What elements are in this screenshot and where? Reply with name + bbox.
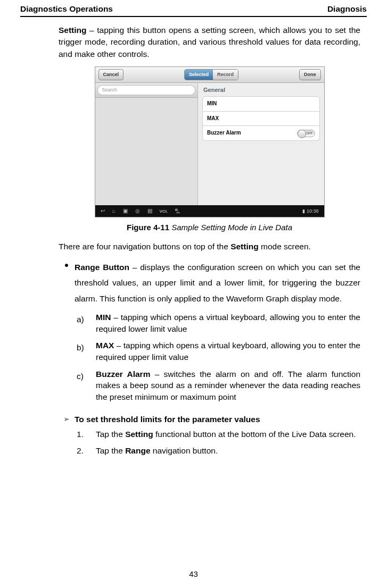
sub-b-text: – tapping which opens a virtual keyboard… — [96, 341, 360, 362]
row-min-label: MIN — [207, 100, 217, 108]
step-2-mark: 2. — [75, 445, 96, 457]
step-2-bold: Range — [125, 446, 150, 455]
buzzer-toggle[interactable]: OFF — [297, 130, 315, 137]
header-rule — [20, 16, 367, 17]
sub-a: MIN – tapping which opens a virtual keyb… — [96, 312, 360, 334]
figure-caption: Figure 4-11 Sample Setting Mode in Live … — [59, 222, 360, 233]
step-1: Tap the Setting functional button at the… — [96, 429, 360, 440]
sub-a-mark: a) — [75, 312, 96, 334]
step-1-mark: 1. — [75, 429, 96, 440]
row-max[interactable]: MAX — [202, 112, 320, 127]
step-2-pre: Tap the — [96, 446, 125, 455]
screenshot-icon[interactable]: ◎ — [135, 207, 140, 215]
range-bullet-text-b: . This function is only applied to the W… — [95, 294, 342, 303]
status-bar-time: ▮ 10:38 — [302, 208, 318, 215]
sample-screenshot: Cancel Selected Record Done Search Gener… — [95, 66, 325, 217]
seg-selected[interactable]: Selected — [185, 70, 213, 80]
after-fig-bold: Setting — [230, 242, 259, 251]
sub-b: MAX – tapping which opens a virtual keyb… — [96, 340, 360, 363]
sub-b-mark: b) — [75, 340, 96, 363]
step-1-bold: Setting — [125, 430, 153, 439]
procedure-heading: To set threshold limits for the paramete… — [75, 414, 360, 425]
sub-a-text: – tapping which opens a virtual keyboard… — [96, 313, 360, 333]
intro-paragraph: Setting – tapping this button opens a se… — [59, 24, 360, 60]
sub-c-bold: Buzzer Alarm — [96, 369, 150, 379]
app-icon[interactable]: ▤ — [147, 207, 152, 215]
back-icon[interactable]: ↩ — [101, 207, 105, 215]
after-figure-paragraph: There are four navigation buttons on top… — [59, 241, 360, 253]
bullet-dot: ● — [59, 259, 75, 408]
page-number: 43 — [0, 569, 387, 578]
seg-record[interactable]: Record — [213, 70, 238, 80]
figure-label: Figure 4-11 — [127, 223, 169, 232]
header-left: Diagnostics Operations — [20, 4, 113, 14]
after-fig-post: mode screen. — [259, 242, 311, 251]
row-buzzer[interactable]: Buzzer Alarm OFF — [202, 126, 320, 141]
step-2-post: navigation button. — [151, 446, 218, 455]
row-max-label: MAX — [207, 115, 219, 123]
sub-a-bold: MIN — [96, 313, 111, 322]
recent-icon[interactable]: ▣ — [123, 207, 128, 215]
cancel-button[interactable]: Cancel — [98, 69, 124, 80]
range-bullet-bold: Range Button — [75, 263, 129, 272]
mode-segmented-control[interactable]: Selected Record — [184, 69, 238, 80]
row-buzzer-label: Buzzer Alarm — [207, 129, 241, 137]
header-right: Diagnosis — [327, 4, 367, 14]
step-2: Tap the Range navigation button. — [96, 445, 360, 457]
car-icon[interactable]: ⛍ — [175, 207, 180, 215]
after-fig-pre: There are four navigation buttons on top… — [59, 242, 230, 251]
vci-icon[interactable]: VCI. — [160, 208, 168, 215]
step-1-pre: Tap the — [96, 430, 125, 439]
row-min[interactable]: MIN — [202, 96, 320, 112]
intro-text: – tapping this button opens a setting sc… — [59, 26, 360, 58]
intro-bold: Setting — [59, 26, 87, 35]
group-header-general: General — [198, 83, 324, 96]
arrow-icon: ➢ — [59, 414, 75, 461]
home-icon[interactable]: ⌂ — [112, 207, 116, 215]
figure-title: Sample Setting Mode in Live Data — [169, 223, 292, 232]
sub-b-bold: MAX — [96, 341, 114, 350]
sub-c-mark: c) — [75, 368, 96, 403]
done-button[interactable]: Done — [299, 69, 321, 80]
search-input[interactable]: Search — [97, 85, 196, 95]
sub-c: Buzzer Alarm – switches the alarm on and… — [96, 368, 360, 403]
range-bullet: Range Button – displays the configuratio… — [75, 259, 360, 408]
step-1-post: functional button at the bottom of the L… — [153, 430, 356, 439]
